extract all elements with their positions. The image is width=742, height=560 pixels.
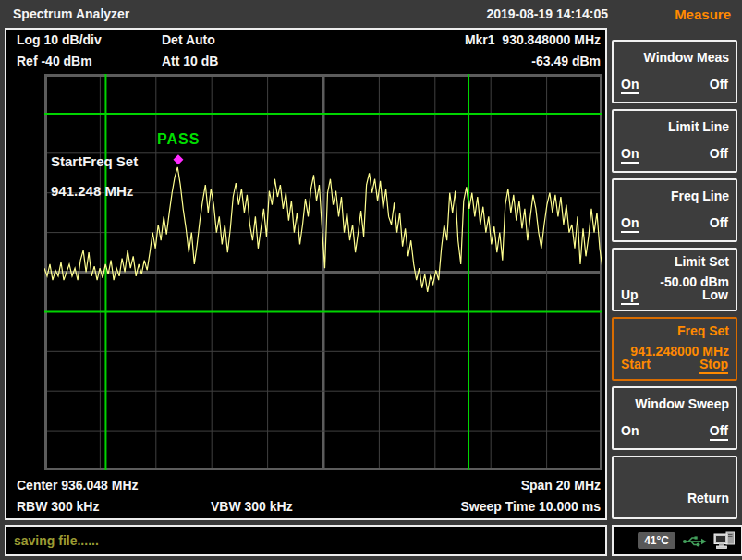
softkey-options: OnOff [621, 146, 728, 164]
marker-diamond [173, 154, 183, 164]
span-readout: Span 20 MHz [521, 478, 601, 493]
attenuation-readout: Att 10 dB [162, 54, 218, 68]
status-bar-message: saving file...... [5, 525, 607, 556]
spectrum-analyzer-screen: Spectrum Analyzer 2019-08-19 14:14:05 Me… [0, 0, 742, 560]
softkey-option-left[interactable]: On [621, 215, 639, 233]
softkey-title: Limit Line [619, 119, 729, 134]
menu-button-window-sweep[interactable]: Window SweepOnOff [612, 386, 737, 450]
softkey-menu: Window MeasOnOffLimit LineOnOffFreq Line… [612, 40, 737, 525]
vbw-readout: VBW 300 kHz [211, 499, 293, 514]
softkey-options: OnOff [621, 77, 728, 94]
main-panel: Log 10 dB/div Det Auto Mkr1 930.848000 M… [5, 28, 607, 520]
softkey-options: OnOff [621, 215, 728, 233]
menu-button-limit-set[interactable]: Limit Set-50.00 dBmUpLow [612, 248, 737, 311]
status-message: saving file...... [14, 533, 99, 548]
ref-level-readout: Ref -40 dBm [17, 54, 92, 68]
pass-indicator: PASS [157, 131, 200, 148]
softkey-option-left[interactable]: On [621, 146, 639, 164]
detector-readout: Det Auto [162, 32, 215, 47]
menu-title: Measure [675, 6, 731, 22]
datetime: 2019-08-19 14:14:05 [486, 6, 608, 21]
startfreq-annotation-line2: 941.248 MHz [51, 183, 133, 199]
softkey-options: StartStop [621, 357, 728, 374]
sweep-time-readout: Sweep Time 10.000 ms [461, 499, 602, 514]
softkey-options: OnOff [621, 423, 728, 441]
menu-button-window-meas[interactable]: Window MeasOnOff [612, 40, 737, 103]
softkey-option-left[interactable]: On [621, 77, 639, 94]
scale-readout: Log 10 dB/div [17, 32, 102, 47]
menu-button-return[interactable]: Return [612, 456, 737, 519]
spectrum-chart [44, 74, 602, 470]
softkey-option-right[interactable]: Off [710, 77, 728, 94]
softkey-option-left[interactable]: Up [621, 287, 639, 305]
softkey-option-left[interactable]: On [621, 423, 639, 441]
spectrum-trace-plot [44, 74, 602, 470]
usb-icon [682, 534, 707, 548]
softkey-title: Window Meas [619, 50, 729, 65]
softkey-title: Window Sweep [619, 396, 729, 411]
title-bar: Spectrum Analyzer 2019-08-19 14:14:05 Me… [0, 0, 742, 28]
rbw-readout: RBW 300 kHz [17, 499, 99, 514]
lan-icon [713, 531, 736, 551]
softkey-option-right[interactable]: Stop [699, 357, 728, 374]
app-title: Spectrum Analyzer [13, 6, 129, 21]
softkey-title: Limit Set [619, 254, 729, 269]
softkey-options: UpLow [621, 287, 728, 305]
softkey-option-right[interactable]: Off [710, 423, 728, 441]
startfreq-annotation-line1: StartFreq Set [51, 153, 138, 169]
softkey-title: Return [619, 491, 729, 505]
marker-amplitude-readout: -63.49 dBm [531, 54, 601, 68]
softkey-title: Freq Line [619, 189, 729, 203]
status-bar-indicators: 41°C [612, 525, 742, 556]
temperature-badge: 41°C [638, 532, 675, 549]
center-freq-readout: Center 936.048 MHz [17, 478, 139, 493]
softkey-option-left[interactable]: Start [621, 357, 651, 374]
softkey-option-right[interactable]: Off [710, 215, 728, 233]
menu-button-freq-line[interactable]: Freq LineOnOff [612, 178, 737, 242]
menu-button-limit-line[interactable]: Limit LineOnOff [612, 109, 737, 173]
softkey-option-right[interactable]: Off [710, 146, 728, 164]
softkey-option-right[interactable]: Low [702, 287, 728, 305]
menu-button-freq-set[interactable]: Freq Set941.248000 MHzStartStop [612, 317, 737, 381]
marker-freq-readout: Mkr1 930.848000 MHz [465, 32, 601, 47]
softkey-title: Freq Set [619, 323, 729, 338]
